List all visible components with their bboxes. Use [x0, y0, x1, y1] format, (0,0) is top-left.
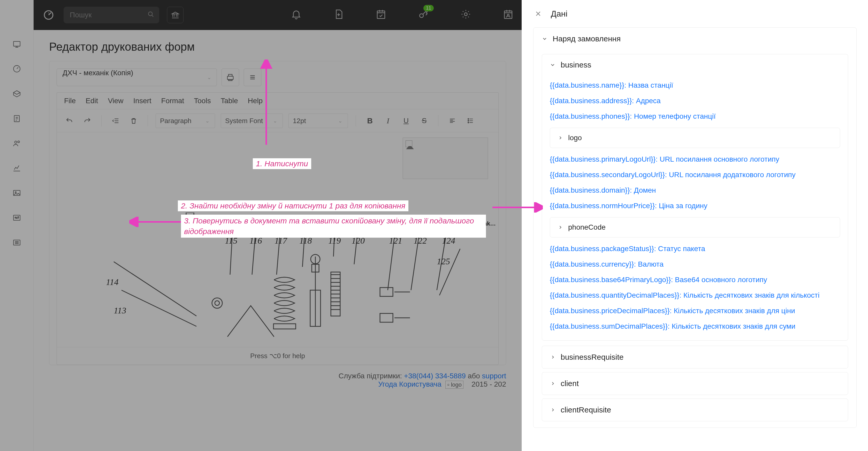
chevron-right-icon: [550, 355, 556, 360]
section-client[interactable]: client: [542, 372, 848, 395]
section-client-requisite[interactable]: clientRequisite: [542, 398, 848, 421]
field-price-decimals[interactable]: {{data.business.priceDecimalPlaces}}: Кі…: [550, 303, 840, 319]
chevron-right-icon: [558, 135, 563, 141]
chevron-right-icon: [558, 225, 563, 230]
data-side-panel: Дані Наряд замовлення business {{data.bu…: [522, 0, 868, 451]
chevron-right-icon: [550, 381, 556, 386]
chevron-down-icon: [550, 62, 556, 68]
field-business-name[interactable]: {{data.business.name}}: Назва станції: [550, 78, 840, 93]
field-primary-logo-url[interactable]: {{data.business.primaryLogoUrl}}: URL по…: [550, 152, 840, 167]
close-panel-button[interactable]: [533, 9, 543, 19]
field-business-domain[interactable]: {{data.business.domain}}: Домен: [550, 183, 840, 198]
annotation-step2: 2. Знайти необхідну зміну й натиснути 1 …: [178, 201, 408, 211]
section-business[interactable]: business: [542, 54, 848, 76]
annotation-step3: 3. Повернутись в документ та вставити ск…: [181, 215, 486, 238]
field-qty-decimals[interactable]: {{data.business.quantityDecimalPlaces}}:…: [550, 288, 840, 303]
field-business-address[interactable]: {{data.business.address}}: Адреса: [550, 93, 840, 109]
section-order[interactable]: Наряд замовлення: [533, 28, 856, 50]
section-logo[interactable]: logo: [550, 128, 840, 148]
annotation-step1: 1. Натиснути: [253, 158, 311, 169]
section-business-requisite[interactable]: businessRequisite: [542, 346, 848, 368]
side-panel-title: Дані: [551, 9, 567, 19]
chevron-down-icon: [542, 36, 548, 42]
chevron-right-icon: [550, 407, 556, 413]
field-currency[interactable]: {{data.business.currency}}: Валюта: [550, 257, 840, 272]
section-phonecode[interactable]: phoneCode: [550, 217, 840, 237]
field-business-phones[interactable]: {{data.business.phones}}: Номер телефону…: [550, 109, 840, 124]
field-base64-logo[interactable]: {{data.business.base64PrimaryLogo}}: Bas…: [550, 272, 840, 288]
field-sum-decimals[interactable]: {{data.business.sumDecimalPlaces}}: Кіль…: [550, 319, 840, 334]
field-secondary-logo-url[interactable]: {{data.business.secondaryLogoUrl}}: URL …: [550, 167, 840, 183]
field-norm-hour-price[interactable]: {{data.business.normHourPrice}}: Ціна за…: [550, 198, 840, 214]
field-package-status[interactable]: {{data.business.packageStatus}}: Статус …: [550, 241, 840, 257]
